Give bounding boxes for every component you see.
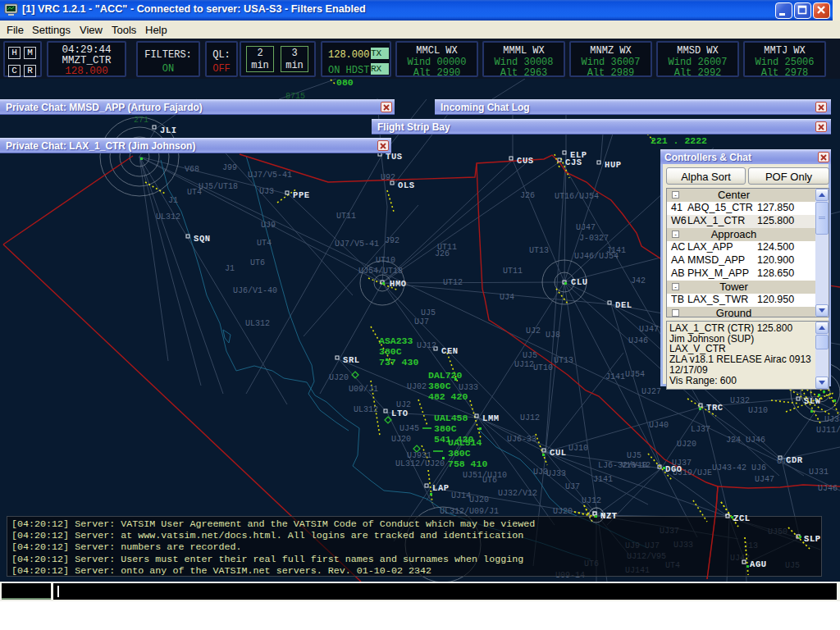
svg-text:AGU: AGU (750, 559, 767, 569)
svg-text:ZCL: ZCL (733, 514, 751, 523)
svg-text:SLP: SLP (804, 534, 821, 544)
svg-text:NZT: NZT (600, 511, 618, 521)
